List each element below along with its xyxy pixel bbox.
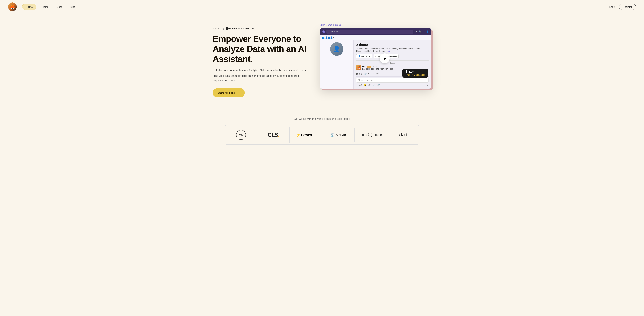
bot-avatar: 🦊 [356,65,361,70]
play-button[interactable]: ▶ [380,53,390,64]
partner-virgin: Virgin [225,125,257,144]
email-icon: ✉ [376,55,377,58]
today-divider: Today [356,61,429,64]
message-content: Dot APP 15:22 has been added to #demo by… [362,65,393,70]
nav-home[interactable]: Home [22,4,36,10]
hero-section: Powered by OpenAI & ANTHROPIC Empower Ev… [204,14,440,111]
nav-docs[interactable]: Docs [53,4,66,10]
cta-arrow-icon: → [237,91,240,95]
nav-links: Home Pricing Docs Blog [22,4,609,10]
partners-section: Dot works with the world's best analytic… [0,111,644,155]
emoji-icon[interactable]: 😊 [364,84,366,86]
anthropic-label: ANTHROPIC [241,27,256,30]
register-button[interactable]: Register [619,4,636,10]
code-icon[interactable]: </> [376,73,379,75]
channel-actions: 👤 Add people ✉ Send emails to channel [356,54,429,59]
airbyte-text: Airbyte [336,133,346,137]
person-icon: 👤 [358,55,360,58]
bot-name: Dot [362,65,366,68]
send-icon[interactable]: ▶ [427,84,429,86]
slack-sidebar: 👤 [320,40,354,89]
openai-logo: OpenAI [226,27,237,30]
airbyte-logo: 📡 Airbyte [330,133,346,137]
strike-icon[interactable]: S [361,73,362,75]
gls-logo: GLS. [268,132,280,138]
airbyte-icon: 📡 [330,133,334,137]
duration-time: 3 min 12 sec [414,74,425,76]
powerus-bolt-icon: ⚡ [296,133,300,137]
roundhouse-text-round: round [360,133,367,137]
partner-airbyte: 📡 Airbyte [322,128,354,142]
hero-title: Empower Everyone to Analyze Data with an… [213,34,306,64]
login-button[interactable]: Login [609,5,616,8]
powerus-logo: ⚡ PowerUs [296,133,316,137]
demo-label: 3min Demo in Slack [320,24,431,26]
message-time: 15:22 [372,66,377,68]
slack-toolbar: ⏱ Search Sled ⚙ 🔍 ? 👤 [320,28,431,35]
bullet-icon[interactable]: • [370,73,371,75]
roundhouse-logo: round house [360,133,382,137]
powered-by-label: Powered by [213,27,224,30]
powerus-text: PowerUs [301,133,316,137]
slack-main: # demo You created this channel today. T… [354,40,431,89]
virgin-circle: Virgin [236,130,246,140]
indent-icon[interactable]: ⇥ [373,73,374,75]
channel-title: # demo [356,43,429,47]
user-avatar: 👤 [330,42,344,56]
navbar: 🦊 Home Pricing Docs Blog Login Register [0,0,644,14]
hero-right: 3min Demo in Slack ⏱ Search Sled ⚙ 🔍 ? 👤… [320,24,431,89]
hero-desc1: Dot, the data bot enables true Analytics… [213,68,306,72]
roundhouse-circle-icon [368,133,372,137]
virgin-logo: Virgin [236,130,246,140]
cta-button[interactable]: Start for Free → [213,88,245,97]
text-format-icon[interactable]: Aa [359,84,362,86]
add-people-button[interactable]: 👤 Add people [356,54,372,59]
users-count: 👤👤👤 6 [325,37,334,39]
plus-icon[interactable]: + [356,84,358,86]
time-icon: ⏱ [322,30,325,33]
mention-icon[interactable]: @ [368,84,371,86]
link-icon[interactable]: 🔗 [364,73,366,75]
powered-by: Powered by OpenAI & ANTHROPIC [213,27,306,30]
nav-blog[interactable]: Blog [67,4,79,10]
edit-link[interactable]: edit [387,50,390,52]
user-icon: 👤 [426,30,429,33]
list-icon[interactable]: ≡ [368,73,369,75]
audio-icon[interactable]: 🎤 [377,84,380,86]
logo[interactable]: 🦊 [8,2,17,11]
partner-daki: dki [387,128,419,142]
openai-text: OpenAI [229,27,237,30]
nav-pricing[interactable]: Pricing [38,4,52,10]
slack-toolbar-icons: ⚙ 🔍 ? 👤 [415,30,429,33]
video-container[interactable]: ⏱ Search Sled ⚙ 🔍 ? 👤 👥 👤👤👤 6 [320,28,431,89]
nav-right: Login Register [609,4,636,10]
partners-bar: Virgin GLS. ⚡ PowerUs 📡 Airbyte [225,125,419,145]
input-bottom: + Aa 😊 @ 📎 🎤 ▶ [356,84,429,86]
clock-icon: ⏱ [405,70,408,73]
partners-title: Dot works with the world's best analytic… [8,117,636,120]
partner-roundhouse: round house [354,128,387,142]
duration-display: 4-min ⚡ 3 min 12 sec [405,74,425,76]
users-icon: 👥 [322,37,324,39]
partner-gls: GLS. [257,127,290,143]
channel-desc: You created this channel today. This is … [356,48,429,52]
clip-icon[interactable]: 📎 [372,84,375,86]
app-badge: APP [367,66,371,68]
speed-value: 1.2× [409,70,414,73]
search-icon: 🔍 [418,30,422,33]
user-face-icon: 👤 [333,46,340,53]
slack-body: 👤 # demo You created this channel today.… [320,40,431,89]
hero-left: Powered by OpenAI & ANTHROPIC Empower Ev… [213,24,306,97]
bold-icon[interactable]: B [356,73,358,75]
duration-label: 4-min [405,74,410,76]
roundhouse-text-house: house [374,133,382,137]
slack-search: Search Sled [326,30,414,34]
italic-icon[interactable]: I [359,73,360,75]
play-icon: ▶ [384,56,386,61]
virgin-text: Virgin [239,134,243,136]
message-input[interactable]: Message #demo [356,78,429,83]
users-bar: 👥 👤👤👤 6 [320,35,431,40]
help-icon: ? [423,30,424,33]
logo-image: 🦊 [8,2,17,11]
ampersand: & [238,27,240,30]
